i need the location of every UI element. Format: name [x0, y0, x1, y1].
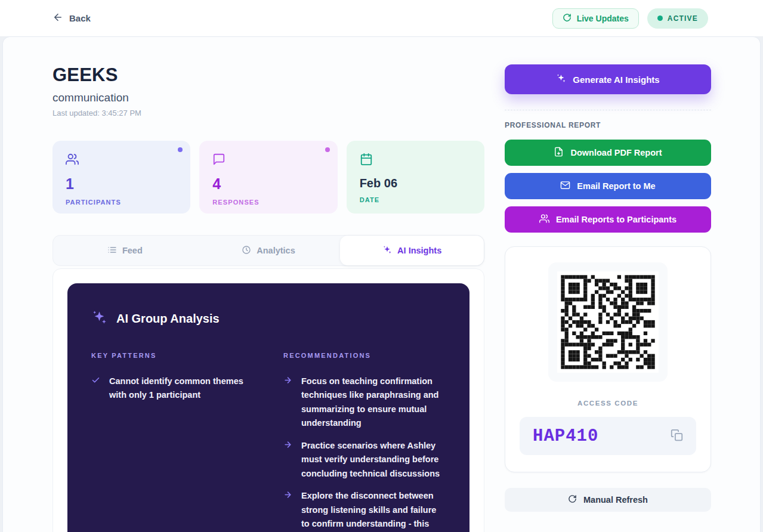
download-pdf-button[interactable]: Download PDF Report	[505, 140, 711, 166]
access-code-box: HAP410	[520, 417, 696, 455]
live-updates-label: Live Updates	[577, 14, 629, 23]
responses-count: 4	[212, 175, 324, 193]
page-subtitle: communication	[52, 91, 484, 104]
participants-stat-card: 1 PARTICIPANTS	[52, 141, 190, 214]
mail-icon	[560, 180, 570, 192]
users-icon	[539, 214, 549, 225]
status-dot-icon	[657, 16, 663, 21]
qr-code-image	[557, 271, 659, 373]
analytics-clock-icon	[242, 245, 251, 256]
professional-report-heading: PROFESSIONAL REPORT	[505, 121, 711, 129]
generate-ai-insights-label: Generate AI Insights	[573, 75, 659, 85]
sidebar: Generate AI Insights PROFESSIONAL REPORT…	[505, 64, 711, 532]
date-stat-card: Feb 06 DATE	[347, 141, 484, 214]
back-button[interactable]: Back	[52, 12, 91, 24]
ai-card-header: AI Group Analysis	[91, 310, 446, 328]
tab-feed-label: Feed	[122, 246, 143, 255]
qr-code-container	[548, 262, 668, 382]
report-buttons: Download PDF Report Email Report to Me E…	[505, 140, 711, 233]
recommendation-item: Practice scenarios where Ashley must ver…	[283, 439, 446, 481]
download-pdf-label: Download PDF Report	[570, 148, 662, 157]
recommendation-text: Explore the disconnect between strong li…	[301, 489, 446, 532]
access-code-label: ACCESS CODE	[577, 400, 638, 407]
tab-analytics-label: Analytics	[257, 246, 295, 255]
refresh-icon	[563, 13, 572, 24]
generate-ai-insights-button[interactable]: Generate AI Insights	[505, 64, 711, 94]
responses-label: RESPONSES	[212, 199, 324, 206]
arrow-right-icon	[283, 440, 292, 481]
key-patterns-heading: KEY PATTERNS	[91, 352, 254, 359]
feed-list-icon	[107, 245, 117, 256]
page-title: GEEKS	[52, 64, 484, 86]
chat-bubble-icon	[212, 157, 225, 168]
stats-row: 1 PARTICIPANTS 4 RESPONSES Feb 06 DATE	[52, 141, 484, 214]
tab-content-card: AI Group Analysis KEY PATTERNS Cannot id…	[52, 268, 484, 532]
main-column: GEEKS communication Last updated: 3:45:2…	[52, 64, 484, 532]
ai-columns: KEY PATTERNS Cannot identify common them…	[91, 352, 446, 532]
tab-ai-insights-label: AI Insights	[397, 246, 441, 255]
ai-group-analysis-card: AI Group Analysis KEY PATTERNS Cannot id…	[67, 283, 469, 532]
date-label: DATE	[360, 196, 471, 203]
users-icon	[66, 157, 79, 168]
check-icon	[91, 375, 100, 403]
tab-bar: Feed Analytics AI Insights	[52, 235, 484, 266]
responses-stat-card: 4 RESPONSES	[199, 141, 337, 214]
recommendation-item: Explore the disconnect between strong li…	[283, 489, 446, 532]
tab-ai-insights[interactable]: AI Insights	[340, 236, 484, 265]
status-label: ACTIVE	[668, 14, 698, 23]
status-badge: ACTIVE	[647, 8, 708, 29]
email-reports-to-participants-label: Email Reports to Participants	[556, 215, 676, 224]
qr-access-card: ACCESS CODE HAP410	[505, 246, 711, 472]
arrow-left-icon	[52, 12, 63, 24]
sparkles-icon	[91, 310, 107, 328]
date-value: Feb 06	[360, 177, 471, 190]
ai-card-title: AI Group Analysis	[116, 312, 220, 326]
sparkles-icon	[382, 245, 392, 256]
copy-icon	[671, 434, 683, 443]
copy-button[interactable]	[671, 429, 683, 443]
notification-dot-icon	[325, 147, 330, 152]
arrow-right-icon	[283, 375, 292, 431]
divider	[505, 110, 711, 110]
calendar-icon	[360, 157, 373, 168]
manual-refresh-button[interactable]: Manual Refresh	[505, 488, 711, 512]
recommendation-item: Focus on teaching confirmation technique…	[283, 375, 446, 431]
page-card: GEEKS communication Last updated: 3:45:2…	[3, 37, 760, 532]
recommendations-heading: RECOMMENDATIONS	[283, 352, 446, 359]
access-code-value: HAP410	[533, 426, 598, 446]
email-reports-to-participants-button[interactable]: Email Reports to Participants	[505, 206, 711, 233]
key-pattern-item: Cannot identify common themes with only …	[91, 375, 254, 403]
participants-count: 1	[66, 175, 177, 193]
refresh-icon	[568, 494, 577, 505]
top-bar: Back Live Updates ACTIVE	[0, 0, 763, 37]
file-download-icon	[554, 147, 564, 159]
email-report-to-me-button[interactable]: Email Report to Me	[505, 173, 711, 199]
manual-refresh-label: Manual Refresh	[583, 495, 648, 505]
key-patterns-column: KEY PATTERNS Cannot identify common them…	[91, 352, 254, 532]
recommendation-text: Focus on teaching confirmation technique…	[301, 375, 446, 431]
participants-label: PARTICIPANTS	[66, 199, 177, 206]
recommendations-column: RECOMMENDATIONS Focus on teaching confir…	[283, 352, 446, 532]
header-actions: Live Updates ACTIVE	[552, 8, 708, 29]
tab-analytics[interactable]: Analytics	[197, 236, 341, 265]
sparkles-icon	[556, 73, 566, 85]
back-label: Back	[69, 13, 91, 23]
key-pattern-text: Cannot identify common themes with only …	[109, 375, 254, 403]
arrow-right-icon	[283, 490, 292, 532]
tab-feed[interactable]: Feed	[53, 236, 197, 265]
email-report-to-me-label: Email Report to Me	[577, 181, 655, 191]
recommendation-text: Practice scenarios where Ashley must ver…	[301, 439, 446, 481]
last-updated-text: Last updated: 3:45:27 PM	[52, 109, 484, 117]
notification-dot-icon	[178, 147, 183, 152]
live-updates-button[interactable]: Live Updates	[552, 8, 639, 29]
